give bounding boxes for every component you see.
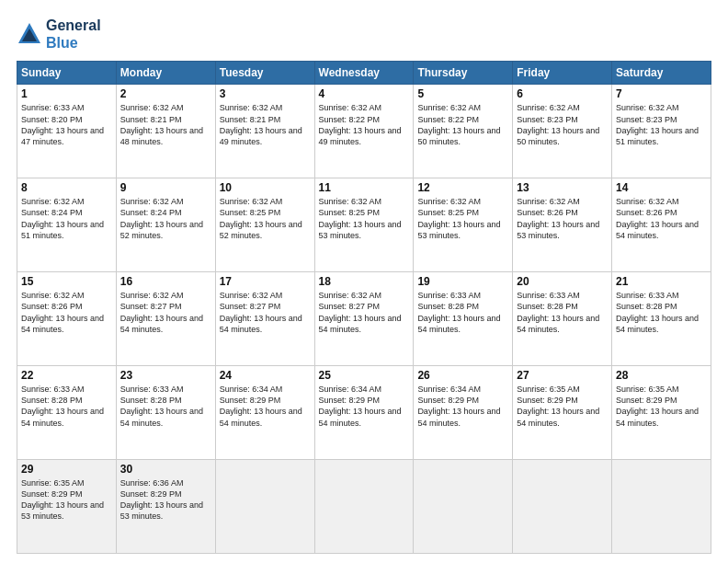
cell-content: Sunrise: 6:34 AMSunset: 8:29 PMDaylight:…	[220, 384, 311, 429]
day-number: 25	[319, 369, 410, 382]
table-row: 19Sunrise: 6:33 AMSunset: 8:28 PMDayligh…	[414, 272, 513, 366]
cell-content: Sunrise: 6:33 AMSunset: 8:28 PMDaylight:…	[517, 290, 608, 335]
col-thursday: Thursday	[414, 62, 513, 85]
table-row: 21Sunrise: 6:33 AMSunset: 8:28 PMDayligh…	[612, 272, 711, 366]
logo-text: General Blue	[46, 17, 101, 52]
table-row	[612, 460, 711, 554]
day-number: 11	[319, 181, 410, 194]
cell-content: Sunrise: 6:32 AMSunset: 8:26 PMDaylight:…	[21, 290, 112, 335]
day-number: 28	[616, 369, 707, 382]
header: General Blue	[17, 17, 711, 52]
col-friday: Friday	[513, 62, 612, 85]
cell-content: Sunrise: 6:33 AMSunset: 8:20 PMDaylight:…	[21, 102, 112, 147]
table-row: 1Sunrise: 6:33 AMSunset: 8:20 PMDaylight…	[17, 85, 117, 178]
table-row: 29Sunrise: 6:35 AMSunset: 8:29 PMDayligh…	[17, 460, 117, 554]
table-row: 23Sunrise: 6:33 AMSunset: 8:28 PMDayligh…	[116, 366, 215, 460]
cell-content: Sunrise: 6:32 AMSunset: 8:21 PMDaylight:…	[220, 102, 311, 147]
table-row	[215, 460, 314, 554]
cell-content: Sunrise: 6:34 AMSunset: 8:29 PMDaylight:…	[319, 384, 410, 429]
day-number: 6	[517, 87, 608, 100]
day-number: 8	[21, 181, 112, 194]
cell-content: Sunrise: 6:34 AMSunset: 8:29 PMDaylight:…	[417, 384, 508, 429]
cell-content: Sunrise: 6:32 AMSunset: 8:21 PMDaylight:…	[120, 102, 211, 147]
table-row: 15Sunrise: 6:32 AMSunset: 8:26 PMDayligh…	[17, 272, 117, 366]
day-number: 12	[417, 181, 508, 194]
day-number: 24	[220, 369, 311, 382]
table-row	[314, 460, 414, 554]
day-number: 18	[319, 275, 410, 288]
day-number: 14	[616, 181, 707, 194]
table-row: 2Sunrise: 6:32 AMSunset: 8:21 PMDaylight…	[116, 85, 215, 178]
table-row: 14Sunrise: 6:32 AMSunset: 8:26 PMDayligh…	[612, 178, 711, 272]
day-number: 23	[120, 369, 211, 382]
cell-content: Sunrise: 6:32 AMSunset: 8:26 PMDaylight:…	[616, 196, 707, 241]
cell-content: Sunrise: 6:32 AMSunset: 8:22 PMDaylight:…	[417, 102, 508, 147]
day-number: 3	[220, 87, 311, 100]
logo: General Blue	[17, 17, 101, 52]
table-row: 7Sunrise: 6:32 AMSunset: 8:23 PMDaylight…	[612, 85, 711, 178]
day-number: 10	[220, 181, 311, 194]
table-row: 10Sunrise: 6:32 AMSunset: 8:25 PMDayligh…	[215, 178, 314, 272]
table-row: 9Sunrise: 6:32 AMSunset: 8:24 PMDaylight…	[116, 178, 215, 272]
table-row: 13Sunrise: 6:32 AMSunset: 8:26 PMDayligh…	[513, 178, 612, 272]
col-tuesday: Tuesday	[215, 62, 314, 85]
cell-content: Sunrise: 6:33 AMSunset: 8:28 PMDaylight:…	[417, 290, 508, 335]
table-row: 11Sunrise: 6:32 AMSunset: 8:25 PMDayligh…	[314, 178, 414, 272]
cell-content: Sunrise: 6:35 AMSunset: 8:29 PMDaylight:…	[517, 384, 608, 429]
week-row-3: 15Sunrise: 6:32 AMSunset: 8:26 PMDayligh…	[17, 272, 711, 366]
page: General Blue Sunday Monday Tuesday Wedne…	[0, 0, 728, 563]
week-row-1: 1Sunrise: 6:33 AMSunset: 8:20 PMDaylight…	[17, 85, 711, 178]
week-row-2: 8Sunrise: 6:32 AMSunset: 8:24 PMDaylight…	[17, 178, 711, 272]
cell-content: Sunrise: 6:32 AMSunset: 8:26 PMDaylight:…	[517, 196, 608, 241]
day-number: 19	[417, 275, 508, 288]
table-row: 17Sunrise: 6:32 AMSunset: 8:27 PMDayligh…	[215, 272, 314, 366]
day-number: 16	[120, 275, 211, 288]
table-row: 3Sunrise: 6:32 AMSunset: 8:21 PMDaylight…	[215, 85, 314, 178]
cell-content: Sunrise: 6:32 AMSunset: 8:27 PMDaylight:…	[220, 290, 311, 335]
cell-content: Sunrise: 6:33 AMSunset: 8:28 PMDaylight:…	[21, 384, 112, 429]
day-number: 1	[21, 87, 112, 100]
day-number: 4	[319, 87, 410, 100]
day-number: 17	[220, 275, 311, 288]
table-row: 4Sunrise: 6:32 AMSunset: 8:22 PMDaylight…	[314, 85, 414, 178]
calendar-header-row: Sunday Monday Tuesday Wednesday Thursday…	[17, 62, 711, 85]
table-row: 26Sunrise: 6:34 AMSunset: 8:29 PMDayligh…	[414, 366, 513, 460]
cell-content: Sunrise: 6:32 AMSunset: 8:27 PMDaylight:…	[120, 290, 211, 335]
day-number: 30	[120, 463, 211, 476]
cell-content: Sunrise: 6:32 AMSunset: 8:23 PMDaylight:…	[517, 102, 608, 147]
week-row-5: 29Sunrise: 6:35 AMSunset: 8:29 PMDayligh…	[17, 460, 711, 554]
cell-content: Sunrise: 6:32 AMSunset: 8:22 PMDaylight:…	[319, 102, 410, 147]
cell-content: Sunrise: 6:32 AMSunset: 8:24 PMDaylight:…	[21, 196, 112, 241]
table-row: 6Sunrise: 6:32 AMSunset: 8:23 PMDaylight…	[513, 85, 612, 178]
cell-content: Sunrise: 6:32 AMSunset: 8:24 PMDaylight:…	[120, 196, 211, 241]
table-row: 28Sunrise: 6:35 AMSunset: 8:29 PMDayligh…	[612, 366, 711, 460]
cell-content: Sunrise: 6:36 AMSunset: 8:29 PMDaylight:…	[120, 477, 211, 523]
day-number: 29	[21, 463, 112, 476]
table-row: 27Sunrise: 6:35 AMSunset: 8:29 PMDayligh…	[513, 366, 612, 460]
table-row: 22Sunrise: 6:33 AMSunset: 8:28 PMDayligh…	[17, 366, 117, 460]
cell-content: Sunrise: 6:33 AMSunset: 8:28 PMDaylight:…	[616, 290, 707, 335]
day-number: 26	[417, 369, 508, 382]
day-number: 9	[120, 181, 211, 194]
day-number: 27	[517, 369, 608, 382]
day-number: 15	[21, 275, 112, 288]
col-sunday: Sunday	[17, 62, 117, 85]
table-row	[513, 460, 612, 554]
cell-content: Sunrise: 6:35 AMSunset: 8:29 PMDaylight:…	[21, 477, 112, 523]
table-row: 8Sunrise: 6:32 AMSunset: 8:24 PMDaylight…	[17, 178, 117, 272]
cell-content: Sunrise: 6:32 AMSunset: 8:23 PMDaylight:…	[616, 102, 707, 147]
col-monday: Monday	[116, 62, 215, 85]
col-wednesday: Wednesday	[314, 62, 414, 85]
table-row	[414, 460, 513, 554]
day-number: 13	[517, 181, 608, 194]
day-number: 21	[616, 275, 707, 288]
cell-content: Sunrise: 6:32 AMSunset: 8:25 PMDaylight:…	[417, 196, 508, 241]
day-number: 2	[120, 87, 211, 100]
logo-icon	[17, 21, 42, 47]
week-row-4: 22Sunrise: 6:33 AMSunset: 8:28 PMDayligh…	[17, 366, 711, 460]
table-row: 20Sunrise: 6:33 AMSunset: 8:28 PMDayligh…	[513, 272, 612, 366]
cell-content: Sunrise: 6:33 AMSunset: 8:28 PMDaylight:…	[120, 384, 211, 429]
col-saturday: Saturday	[612, 62, 711, 85]
calendar: Sunday Monday Tuesday Wednesday Thursday…	[17, 61, 711, 554]
table-row: 12Sunrise: 6:32 AMSunset: 8:25 PMDayligh…	[414, 178, 513, 272]
